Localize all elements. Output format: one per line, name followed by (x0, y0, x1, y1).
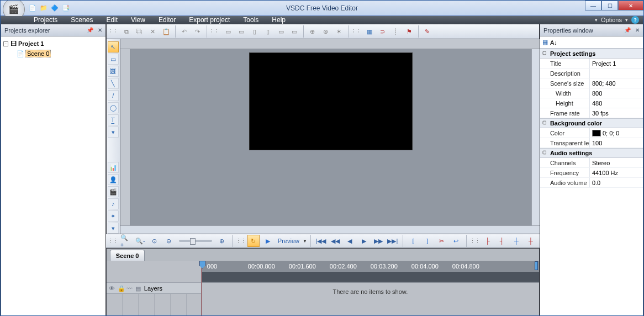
zoom-reset-icon[interactable]: ⊖ (163, 235, 175, 247)
menu-projects[interactable]: Projects (34, 16, 57, 24)
tb-copy-icon[interactable]: ⿻ (134, 25, 146, 38)
tree-scene-label[interactable]: Scene 0 (25, 50, 51, 57)
options-label[interactable]: Options (601, 17, 622, 23)
toolbar-grip-icon[interactable]: ⋮⋮ (351, 29, 363, 34)
eye-icon[interactable]: 👁 (109, 285, 115, 292)
tool-expand-icon[interactable]: ▾ (108, 127, 119, 138)
tool-video-icon[interactable]: 🎬 (108, 186, 119, 197)
tb-redo-icon[interactable]: ↷ (192, 25, 204, 38)
project-tree[interactable]: - 🎞 Project 1 📄 Scene 0 (1, 36, 105, 316)
window-minimize-button[interactable]: — (585, 1, 601, 10)
tb-snap-icon[interactable]: ⊃ (377, 25, 389, 38)
marker1-icon[interactable]: ├ (482, 235, 494, 247)
marker3-icon[interactable]: ┼ (510, 235, 522, 247)
tree-project-label[interactable]: Project 1 (18, 40, 44, 47)
tool-select-icon[interactable]: ↖ (108, 41, 119, 52)
tb-marker-icon[interactable]: ⚑ (403, 25, 415, 38)
timeline-playhead[interactable] (202, 261, 202, 316)
tree-collapse-icon[interactable]: - (3, 41, 8, 46)
prop-color-value[interactable]: 0; 0; 0 (590, 128, 643, 138)
play-icon[interactable]: ▶ (262, 235, 274, 247)
layers-header[interactable]: 👁 🔒 〰 ▤ Layers (107, 283, 201, 294)
prop-transparent-value[interactable]: 100 (590, 138, 643, 148)
prop-width-value[interactable]: 800 (590, 88, 643, 98)
timeline-scene-tab[interactable]: Scene 0 (110, 250, 145, 261)
tb-align5-icon[interactable]: ▭ (275, 25, 287, 38)
tool-chart-icon[interactable]: 📊 (108, 162, 119, 173)
marker4-icon[interactable]: ┼ (525, 235, 537, 247)
sort-az-icon[interactable]: A↓ (550, 39, 557, 46)
close-icon[interactable]: ✕ (635, 27, 640, 33)
tb-center1-icon[interactable]: ⊕ (307, 25, 319, 38)
zoom-in-icon[interactable]: 🔍+ (120, 235, 132, 247)
menu-help[interactable]: Help (272, 16, 286, 24)
tb-grid-icon[interactable]: ▦ (363, 25, 376, 38)
qat-new-icon[interactable]: 📄 (28, 4, 37, 13)
split-icon[interactable]: ✂ (436, 235, 448, 247)
zoom-fit-icon[interactable]: ⊙ (149, 235, 161, 247)
waveform-icon[interactable]: 〰 (126, 285, 133, 292)
zoom-slider[interactable] (179, 240, 212, 242)
categorize-icon[interactable]: ▦ (542, 39, 548, 46)
menu-tools[interactable]: Tools (243, 16, 258, 24)
timeline-tracks[interactable]: 000 00:00.800 00:01.600 00:02.400 00:03.… (202, 261, 539, 316)
tb-delete-icon[interactable]: ✕ (147, 25, 159, 38)
back-tool-icon[interactable]: ↩ (450, 235, 462, 247)
menu-view[interactable]: View (131, 16, 145, 24)
cat-audio-settings[interactable]: Audio settings (540, 148, 643, 158)
scrollbar-horizontal[interactable] (120, 225, 540, 234)
chevron-down-icon[interactable]: ▾ (625, 17, 628, 23)
mark-out-icon[interactable]: ] (421, 235, 434, 247)
menu-editor[interactable]: Editor (159, 16, 176, 24)
toolbar-grip-icon[interactable]: ⋮⋮ (470, 238, 480, 244)
tb-align1-icon[interactable]: ▭ (222, 25, 234, 38)
toolbar-grip-icon[interactable]: ⋮⋮ (236, 238, 246, 244)
preview-canvas[interactable] (130, 49, 531, 225)
scrollbar-vertical[interactable] (531, 49, 540, 225)
window-maximize-button[interactable]: ☐ (601, 1, 618, 10)
tb-align4-icon[interactable]: ▯ (262, 25, 274, 38)
tb-guides-icon[interactable]: ┊ (390, 25, 402, 38)
tool-audio-icon[interactable]: ♪ (108, 198, 119, 209)
explorer-header[interactable]: Projects explorer 📌 ✕ (1, 24, 105, 36)
help-icon[interactable]: ? (631, 16, 639, 24)
tb-cut-icon[interactable]: ⧉ (120, 25, 133, 38)
step-back-icon[interactable]: ◀ (344, 235, 356, 247)
prop-frequency-value[interactable]: 44100 Hz (590, 168, 643, 177)
tool-line2-icon[interactable]: / (108, 90, 119, 101)
menu-scenes[interactable]: Scenes (71, 16, 93, 24)
tool-text-icon[interactable]: T̲ (108, 114, 119, 125)
tb-paste-icon[interactable]: 📋 (160, 25, 172, 38)
fastfwd-icon[interactable]: ▶▶ (372, 235, 384, 247)
tool-person-icon[interactable]: 👤 (108, 174, 119, 185)
loop-icon[interactable]: ↻ (247, 235, 260, 247)
property-grid[interactable]: Project settings TitleProject 1 Descript… (540, 49, 643, 316)
prop-channels-value[interactable]: Stereo (590, 158, 643, 167)
goto-end-icon[interactable]: ▶▶| (387, 235, 399, 247)
tool-fx-icon[interactable]: ✦ (108, 210, 119, 222)
menu-edit[interactable]: Edit (106, 16, 118, 24)
toolbar-grip-icon[interactable]: ⋮⋮ (209, 29, 221, 34)
timeline-end-handle[interactable] (535, 261, 538, 270)
qat-open-icon[interactable]: 📁 (39, 4, 48, 13)
goto-start-icon[interactable]: |◀◀ (315, 235, 327, 247)
toolbar-grip-icon[interactable]: ⋮⋮ (108, 238, 118, 244)
tb-center3-icon[interactable]: ✶ (333, 25, 345, 38)
step-fwd-icon[interactable]: ▶ (358, 235, 370, 247)
cat-background-color[interactable]: Background color (540, 118, 643, 128)
tb-align2-icon[interactable]: ▭ (235, 25, 247, 38)
prop-framerate-value[interactable]: 30 fps (590, 108, 643, 118)
qat-print-icon[interactable]: 📑 (61, 4, 70, 13)
tool-ellipse-icon[interactable]: ◯ (108, 102, 119, 113)
zoom-in2-icon[interactable]: ⊕ (216, 235, 228, 247)
prop-height-value[interactable]: 480 (590, 98, 643, 108)
window-close-button[interactable]: ✕ (618, 1, 643, 10)
zoom-out-icon[interactable]: 🔍- (134, 235, 146, 247)
tool-image-icon[interactable]: 🖼 (108, 66, 119, 77)
menu-export[interactable]: Export project (189, 16, 230, 24)
chevron-down-icon[interactable]: ▼ (303, 239, 307, 244)
tb-undo-icon[interactable]: ↶ (178, 25, 191, 38)
pin-icon[interactable]: 📌 (624, 27, 631, 33)
prop-audiovolume-value[interactable]: 0.0 (590, 178, 643, 187)
tool-more-icon[interactable]: ▾ (108, 223, 119, 234)
